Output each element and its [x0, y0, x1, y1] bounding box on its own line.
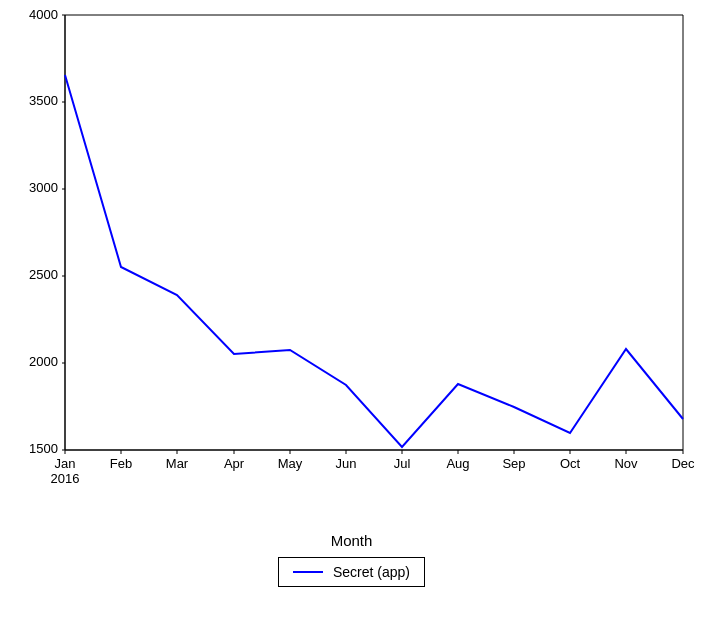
x-tick-jun: Jun [336, 456, 357, 471]
x-tick-oct: Oct [560, 456, 581, 471]
y-tick-2000: 2000 [29, 354, 58, 369]
x-tick-feb: Feb [110, 456, 132, 471]
x-axis-label: Month [331, 532, 373, 549]
x-tick-may: May [278, 456, 303, 471]
legend-label: Secret (app) [333, 564, 410, 580]
y-tick-1500: 1500 [29, 441, 58, 456]
legend: Secret (app) [278, 557, 425, 587]
x-tick-dec: Dec [671, 456, 695, 471]
y-tick-4000: 4000 [29, 7, 58, 22]
x-tick-sep: Sep [502, 456, 525, 471]
chart-svg: 1500 2000 2500 3000 3500 4000 Jan 2016 F… [0, 0, 703, 530]
chart-container: 1500 2000 2500 3000 3500 4000 Jan 2016 F… [0, 0, 703, 621]
x-tick-aug: Aug [446, 456, 469, 471]
x-tick-nov: Nov [614, 456, 638, 471]
x-tick-jul: Jul [394, 456, 411, 471]
y-tick-3000: 3000 [29, 180, 58, 195]
y-tick-3500: 3500 [29, 93, 58, 108]
x-tick-jan: Jan [55, 456, 76, 471]
data-line-secret [65, 75, 683, 447]
legend-line [293, 571, 323, 573]
x-tick-2016: 2016 [51, 471, 80, 486]
x-tick-mar: Mar [166, 456, 189, 471]
y-tick-2500: 2500 [29, 267, 58, 282]
x-tick-apr: Apr [224, 456, 245, 471]
